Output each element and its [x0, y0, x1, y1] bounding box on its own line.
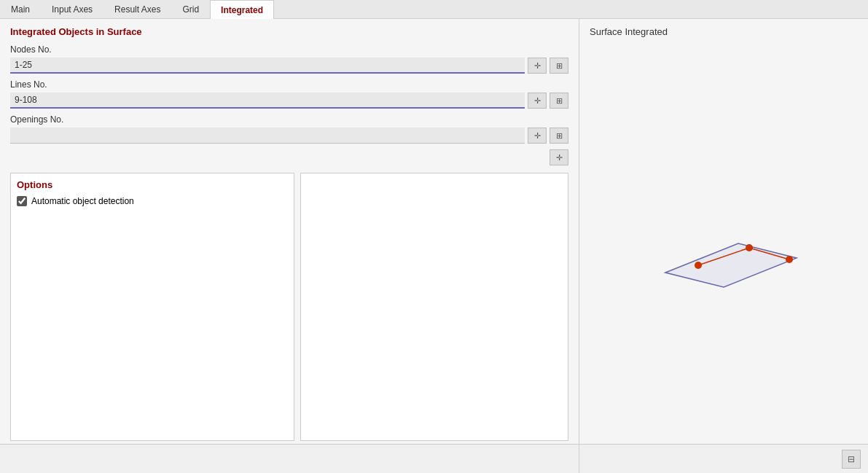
options-panel: Options Automatic object detection: [10, 173, 294, 441]
openings-binoculars-button[interactable]: [550, 128, 568, 144]
tab-input-axes[interactable]: Input Axes: [41, 0, 103, 18]
nodes-cursor-button[interactable]: [528, 58, 547, 74]
surface-illustration: [622, 171, 826, 316]
export-button[interactable]: ⊟: [842, 450, 861, 469]
openings-label: Openings No.: [10, 114, 568, 125]
openings-row: [10, 128, 568, 144]
nodes-label: Nodes No.: [10, 44, 568, 55]
cursor-icon: [534, 61, 541, 71]
binoculars-icon: [556, 61, 563, 71]
openings-input[interactable]: [10, 128, 525, 144]
lines-group: Lines No.: [0, 78, 579, 113]
cursor-icon-3: [534, 131, 541, 141]
options-area: Options Automatic object detection: [0, 170, 579, 444]
left-panel: Integrated Objects in Surface Nodes No. …: [0, 19, 579, 473]
nodes-binoculars-button[interactable]: [550, 58, 568, 74]
bottom-bar-left: [0, 444, 579, 473]
cursor-icon-4: [556, 153, 563, 163]
tab-grid[interactable]: Grid: [171, 0, 210, 18]
auto-detection-label: Automatic object detection: [31, 196, 134, 206]
options-title: Options: [17, 179, 288, 190]
tab-main[interactable]: Main: [0, 0, 41, 18]
right-bottom-bar: ⊟: [579, 444, 868, 473]
lines-row: [10, 93, 568, 109]
lines-label: Lines No.: [10, 79, 568, 90]
openings-group: Openings No.: [0, 113, 579, 148]
lines-cursor-button[interactable]: [528, 93, 547, 109]
nodes-group: Nodes No.: [0, 43, 579, 78]
right-panel: Surface Integrated ⊟: [579, 19, 868, 473]
tab-result-axes[interactable]: Result Axes: [103, 0, 171, 18]
surface-container: [579, 43, 868, 444]
nodes-input[interactable]: [10, 58, 525, 74]
lines-binoculars-button[interactable]: [550, 93, 568, 109]
binoculars-icon-3: [556, 131, 563, 141]
tab-bar: Main Input Axes Result Axes Grid Integra…: [0, 0, 868, 19]
extra-cursor-button[interactable]: [550, 149, 568, 165]
cursor-icon-2: [534, 96, 541, 106]
tab-integrated[interactable]: Integrated: [210, 0, 274, 19]
auto-detection-row: Automatic object detection: [17, 196, 288, 206]
export-icon: ⊟: [848, 454, 855, 464]
lines-input[interactable]: [10, 93, 525, 109]
section-title: Integrated Objects in Surface: [0, 19, 579, 43]
extra-row: [0, 148, 579, 170]
auto-detection-checkbox[interactable]: [17, 196, 27, 206]
openings-cursor-button[interactable]: [528, 128, 547, 144]
binoculars-icon-2: [556, 96, 563, 106]
bottom-section: Options Automatic object detection: [0, 170, 579, 473]
svg-marker-0: [665, 243, 797, 287]
right-options-panel: [300, 173, 568, 441]
main-layout: Integrated Objects in Surface Nodes No. …: [0, 19, 868, 473]
right-panel-title: Surface Integrated: [579, 19, 868, 43]
nodes-row: [10, 58, 568, 74]
